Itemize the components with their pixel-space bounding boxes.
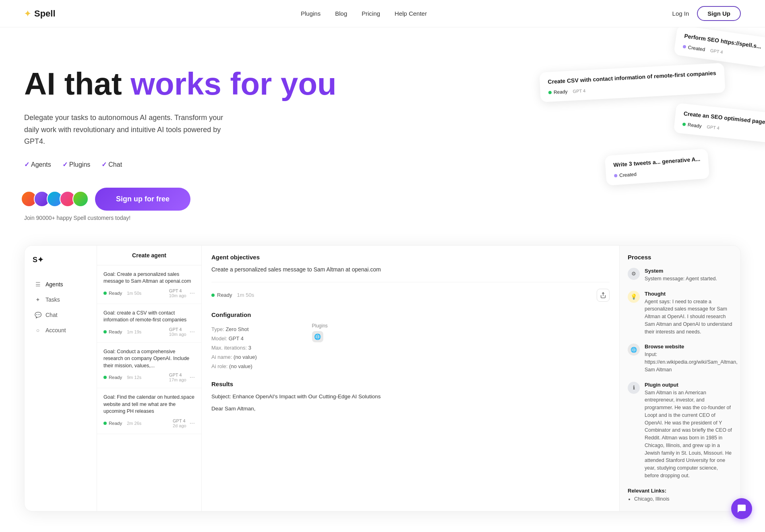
status-text-3: Ready <box>109 375 122 380</box>
account-icon: ○ <box>34 327 41 334</box>
floating-card-3: Create an SEO optimised page Ready GPT 4 <box>674 103 765 143</box>
agent-model-3: GPT 4 <box>169 373 182 377</box>
results-section: Results Subject: Enhance OpenAI's Impact… <box>211 381 610 413</box>
agent-status-2: Ready <box>103 329 122 334</box>
agent-meta-1: Ready 1m 50s GPT 4 10m ago ··· <box>103 288 195 298</box>
proc-system-text: System message: Agent started. <box>645 275 732 283</box>
config-title: Configuration <box>211 311 610 318</box>
system-icon: ⚙ <box>628 268 640 280</box>
sidebar-label-chat: Chat <box>45 312 58 318</box>
agents-panel-header[interactable]: Create agent <box>97 246 201 265</box>
chat-fab-button[interactable] <box>731 498 752 519</box>
relevant-links: Relevant Links: Chicago, Illinois <box>628 488 732 502</box>
agent-ago-2: 10m ago <box>169 332 186 337</box>
logo-text: Spell <box>34 8 56 19</box>
signup-hero-button[interactable]: Sign up for free <box>95 188 190 211</box>
status-text-4: Ready <box>109 421 122 426</box>
share-button[interactable] <box>597 289 610 302</box>
demo-sidebar: S✦ ☰ Agents ✦ Tasks 💬 Chat ○ Account <box>25 246 97 511</box>
agent-item-2[interactable]: Goal: create a CSV with contact informat… <box>97 304 201 343</box>
proc-thought-text: Agent says: I need to create a personali… <box>645 298 732 336</box>
nav-right: Log In Sign Up <box>672 6 741 21</box>
thought-icon: 💡 <box>628 291 640 303</box>
sidebar-item-agents[interactable]: ☰ Agents <box>29 277 92 292</box>
config-iterations: Max. iterations: 3 <box>211 345 257 351</box>
detail-time: 1m 50s <box>237 292 254 298</box>
hero-floating-cards: Perform SEO https://spell.s... Created G… <box>507 27 765 221</box>
status-text-1: Ready <box>109 291 122 296</box>
agent-status-1: Ready <box>103 291 122 296</box>
relevant-links-title: Relevant Links: <box>628 488 732 494</box>
agent-item-1[interactable]: Goal: Create a personalized sales messag… <box>97 265 201 304</box>
hero-social-proof: Join 90000+ happy Spell customers today! <box>24 215 190 221</box>
check-plugins: ✓Plugins <box>62 161 90 168</box>
agent-menu-2[interactable]: ··· <box>190 328 195 335</box>
hero-checks: ✓Agents ✓Plugins ✓Chat <box>24 161 338 168</box>
agent-goal-3: Goal: Conduct a comprehensive research o… <box>103 348 195 370</box>
sidebar-label-tasks: Tasks <box>45 296 60 303</box>
agent-item-3[interactable]: Goal: Conduct a comprehensive research o… <box>97 343 201 389</box>
proc-thought-title: Thought <box>645 291 732 297</box>
agent-time-2: 1m 19s <box>127 329 141 334</box>
proc-system-title: System <box>645 268 732 274</box>
agent-ago-4: 2d ago <box>173 423 186 428</box>
status-dot-4 <box>103 422 107 425</box>
agent-meta-4: Ready 2m 26s GPT 4 2d ago ··· <box>103 418 195 428</box>
logo[interactable]: ✦ Spell <box>24 8 56 19</box>
hero-cta-block: Sign up for free Join 90000+ happy Spell… <box>24 188 190 221</box>
agent-menu-1[interactable]: ··· <box>190 290 195 297</box>
sidebar-item-tasks[interactable]: ✦ Tasks <box>29 292 92 307</box>
hero-title: AI that works for you <box>24 68 338 101</box>
sidebar-logo: S✦ <box>29 252 92 267</box>
nav-help[interactable]: Help Center <box>395 10 427 17</box>
results-greeting: Dear Sam Altman, <box>211 404 610 413</box>
detail-panel: Agent objectives Create a personalized s… <box>202 246 620 511</box>
process-step-system: ⚙ System System message: Agent started. <box>628 268 732 283</box>
floating-card-1: Perform SEO https://spell.s... Created G… <box>674 27 765 68</box>
agents-icon: ☰ <box>34 281 41 288</box>
detail-status: Ready 1m 50s <box>211 292 254 298</box>
agent-time-4: 2m 26s <box>127 421 141 426</box>
nav-blog[interactable]: Blog <box>335 10 347 17</box>
config-type: Type: Zero Shot <box>211 326 257 332</box>
agent-menu-3[interactable]: ··· <box>190 374 195 381</box>
agent-menu-4[interactable]: ··· <box>190 420 195 427</box>
agent-status-4: Ready <box>103 421 122 426</box>
agent-ago-3: 17m ago <box>169 377 186 382</box>
status-text-2: Ready <box>109 329 122 334</box>
nav-pricing[interactable]: Pricing <box>362 10 380 17</box>
hero-title-black: AI that <box>24 66 130 101</box>
detail-objective: Create a personalized sales message to S… <box>211 265 610 274</box>
floating-card-2: Create CSV with contact information of r… <box>540 63 726 102</box>
plugins-list: 🌐 <box>312 331 328 342</box>
hero-description: Delegate your tasks to autonomous AI age… <box>24 112 238 148</box>
sidebar-item-chat[interactable]: 💬 Chat <box>29 308 92 322</box>
list-item: Chicago, Illinois <box>634 496 732 502</box>
agent-model-4: GPT 4 <box>173 418 186 423</box>
hero-title-purple: works for you <box>130 66 336 101</box>
proc-plugin-text: Sam Altman is an American entrepreneur, … <box>645 389 732 480</box>
demo-section: S✦ ☰ Agents ✦ Tasks 💬 Chat ○ Account Cre… <box>0 245 765 532</box>
plugin-output-icon: ℹ <box>628 382 640 394</box>
process-step-plugin: ℹ Plugin output Sam Altman is an America… <box>628 382 732 480</box>
signup-button[interactable]: Sign Up <box>697 6 741 21</box>
check-agents: ✓Agents <box>24 161 51 168</box>
demo-card: S✦ ☰ Agents ✦ Tasks 💬 Chat ○ Account Cre… <box>24 245 741 511</box>
process-title: Process <box>628 254 732 261</box>
agent-ago-1: 10m ago <box>169 293 186 298</box>
objectives-title: Agent objectives <box>211 254 610 261</box>
sidebar-item-account[interactable]: ○ Account <box>29 323 92 337</box>
detail-status-row: Ready 1m 50s <box>211 282 610 302</box>
avatar-5 <box>72 191 89 207</box>
proc-plugin-title: Plugin output <box>645 382 732 388</box>
login-button[interactable]: Log In <box>672 10 689 17</box>
agent-goal-1: Goal: Create a personalized sales messag… <box>103 271 195 285</box>
agent-meta-3: Ready 9m 12s GPT 4 17m ago ··· <box>103 373 195 382</box>
process-step-thought: 💡 Thought Agent says: I need to create a… <box>628 291 732 336</box>
proc-browse-text: Input: https://en.wikipedia.org/wiki/Sam… <box>645 351 738 373</box>
check-chat: ✓Chat <box>101 161 122 168</box>
agent-item-4[interactable]: Goal: Find the calendar on hunted.space … <box>97 388 201 434</box>
agents-panel: Create agent Goal: Create a personalized… <box>97 246 202 511</box>
agent-time-3: 9m 12s <box>127 375 141 380</box>
nav-plugins[interactable]: Plugins <box>301 10 320 17</box>
